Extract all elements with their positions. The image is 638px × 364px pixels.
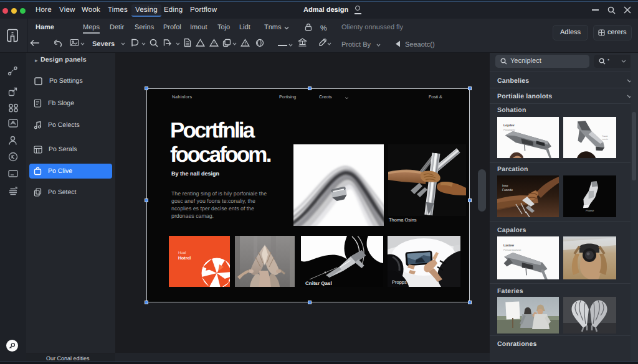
svg-text:Loydev: Loydev [503, 124, 515, 128]
svg-text:nesoltr: nesoltr [602, 138, 609, 141]
svg-text:Traest: Traest [602, 135, 608, 138]
svg-text:Portsed bearlstrat: Portsed bearlstrat [503, 249, 521, 251]
svg-text:Cnitsr Qasl: Cnitsr Qasl [305, 281, 332, 286]
svg-text:Hotrel: Hotrel [178, 256, 191, 261]
svg-text:Propps: Propps [392, 279, 407, 285]
svg-text:Inse: Inse [502, 184, 508, 188]
svg-text:Hual: Hual [178, 251, 186, 255]
svg-text:Lastew: Lastew [503, 244, 514, 248]
svg-text:Possebanly: Possebanly [503, 129, 515, 131]
svg-text:Phasse: Phasse [586, 209, 594, 212]
svg-text:Fuonde: Fuonde [502, 189, 513, 192]
